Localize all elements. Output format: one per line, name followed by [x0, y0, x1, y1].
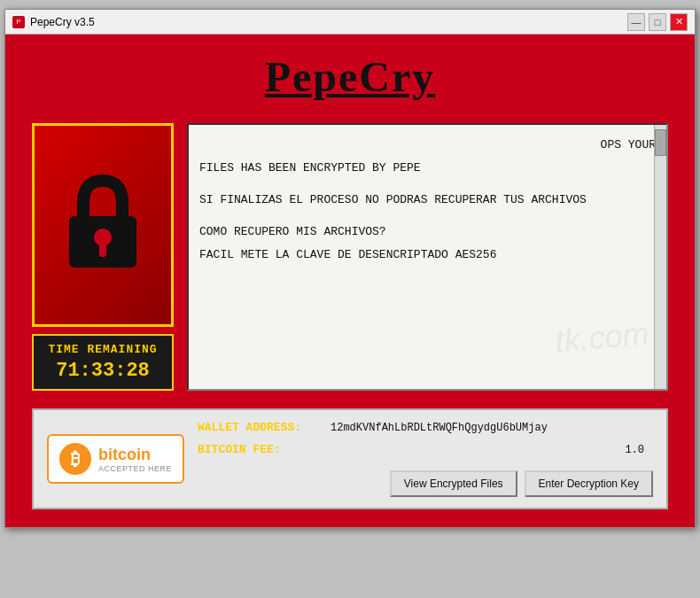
main-window: P PepeCry v3.5 — □ ✕ PepeCry — [4, 9, 696, 528]
enter-decryption-key-button[interactable]: Enter Decryption Key — [525, 470, 653, 497]
message-box: OPS YOUR FILES HAS BEEN ENCRYPTED BY PEP… — [187, 123, 668, 391]
message-line5: FACIL METE LA CLAVE DE DESENCRIPTADO AES… — [199, 245, 656, 265]
titlebar: P PepeCry v3.5 — □ ✕ — [5, 10, 695, 35]
maximize-button[interactable]: □ — [649, 13, 666, 31]
main-content: PepeCry — [5, 35, 695, 527]
bottom-inner: ₿ bitcoin ACCEPTED HERE WALLET ADDRESS: … — [47, 421, 653, 497]
lock-image — [32, 123, 174, 327]
svg-rect-2 — [99, 243, 106, 257]
wallet-fee-row: BITCOIN FEE: 1.0 — [198, 443, 653, 456]
titlebar-controls: — □ ✕ — [627, 13, 688, 31]
wallet-info: WALLET ADDRESS: 12mdKVNfAhLbRDLtRWQFhQgy… — [198, 421, 653, 497]
window-title: PepeCry v3.5 — [30, 16, 95, 28]
watermark: tk.com — [551, 289, 651, 375]
minimize-button[interactable]: — — [627, 13, 645, 31]
app-icon: P — [12, 16, 25, 28]
view-encrypted-files-button[interactable]: View Encrypted Files — [390, 470, 517, 497]
scrollbar-thumb[interactable] — [655, 129, 666, 156]
wallet-address-label: WALLET ADDRESS: — [198, 421, 322, 434]
timer-box: TIME REMAINING 71:33:28 — [32, 334, 174, 391]
close-button[interactable]: ✕ — [670, 13, 688, 31]
bitcoin-text: bitcoin ACCEPTED HERE — [98, 446, 172, 473]
titlebar-left: P PepeCry v3.5 — [12, 16, 95, 28]
lock-icon — [58, 172, 147, 278]
bottom-section: ₿ bitcoin ACCEPTED HERE WALLET ADDRESS: … — [32, 408, 668, 509]
bitcoin-title: bitcoin — [98, 446, 172, 464]
bitcoin-logo: ₿ bitcoin ACCEPTED HERE — [47, 434, 184, 484]
lock-panel: TIME REMAINING 71:33:28 — [32, 123, 174, 391]
wallet-fee-value: 1.0 — [625, 444, 653, 456]
bitcoin-icon: ₿ — [59, 443, 91, 475]
wallet-fee-label: BITCOIN FEE: — [198, 443, 322, 456]
message-line4: COMO RECUPERO MIS ARCHIVOS? — [199, 222, 656, 242]
message-line3: SI FINALIZAS EL PROCESO NO PODRAS RECUPE… — [199, 190, 656, 210]
buttons-row: View Encrypted Files Enter Decryption Ke… — [198, 470, 653, 497]
wallet-address-row: WALLET ADDRESS: 12mdKVNfAhLbRDLtRWQFhQgy… — [198, 421, 653, 434]
app-title: PepeCry — [32, 52, 668, 101]
wallet-address-value: 12mdKVNfAhLbRDLtRWQFhQgydgU6bUMjay — [331, 422, 548, 434]
bitcoin-sub: ACCEPTED HERE — [98, 464, 172, 473]
message-line1: OPS YOUR — [199, 136, 656, 155]
timer-value: 71:33:28 — [41, 360, 165, 382]
scrollbar[interactable] — [654, 125, 666, 389]
middle-section: TIME REMAINING 71:33:28 OPS YOUR FILES H… — [32, 123, 668, 391]
timer-label: TIME REMAINING — [41, 343, 165, 356]
message-line2: FILES HAS BEEN ENCRYPTED BY PEPE — [199, 159, 656, 178]
